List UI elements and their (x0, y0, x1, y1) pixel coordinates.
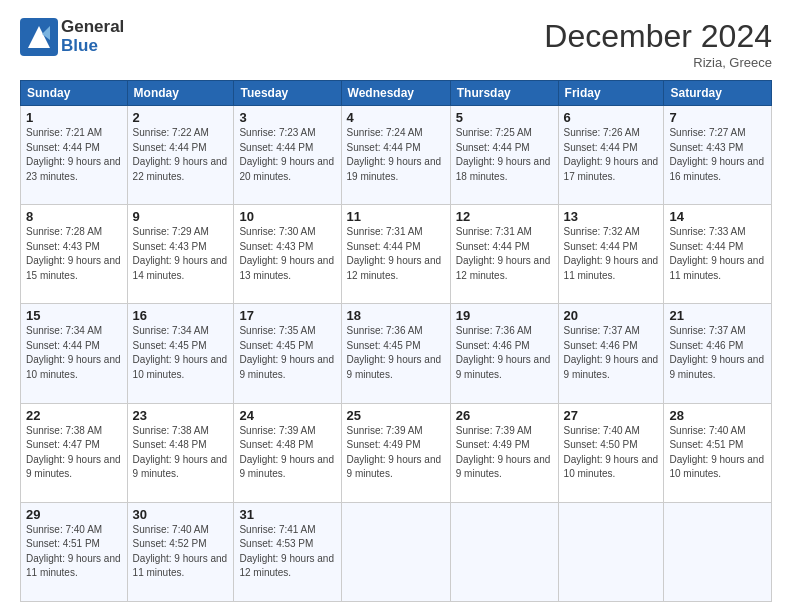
calendar-cell (558, 502, 664, 601)
calendar-week-1: 1Sunrise: 7:21 AMSunset: 4:44 PMDaylight… (21, 106, 772, 205)
day-number: 5 (456, 110, 553, 125)
calendar-cell: 12Sunrise: 7:31 AMSunset: 4:44 PMDayligh… (450, 205, 558, 304)
day-info: Sunrise: 7:37 AMSunset: 4:46 PMDaylight:… (564, 324, 659, 382)
calendar-cell (450, 502, 558, 601)
day-info: Sunrise: 7:35 AMSunset: 4:45 PMDaylight:… (239, 324, 335, 382)
day-info: Sunrise: 7:34 AMSunset: 4:45 PMDaylight:… (133, 324, 229, 382)
day-info: Sunrise: 7:33 AMSunset: 4:44 PMDaylight:… (669, 225, 766, 283)
day-info: Sunrise: 7:38 AMSunset: 4:48 PMDaylight:… (133, 424, 229, 482)
weekday-sunday: Sunday (21, 81, 128, 106)
day-number: 14 (669, 209, 766, 224)
calendar-cell: 11Sunrise: 7:31 AMSunset: 4:44 PMDayligh… (341, 205, 450, 304)
day-number: 8 (26, 209, 122, 224)
calendar-cell: 10Sunrise: 7:30 AMSunset: 4:43 PMDayligh… (234, 205, 341, 304)
day-number: 19 (456, 308, 553, 323)
calendar-cell: 19Sunrise: 7:36 AMSunset: 4:46 PMDayligh… (450, 304, 558, 403)
day-number: 27 (564, 408, 659, 423)
calendar-cell: 8Sunrise: 7:28 AMSunset: 4:43 PMDaylight… (21, 205, 128, 304)
day-number: 12 (456, 209, 553, 224)
day-number: 6 (564, 110, 659, 125)
month-title: December 2024 (544, 18, 772, 55)
calendar-cell: 1Sunrise: 7:21 AMSunset: 4:44 PMDaylight… (21, 106, 128, 205)
weekday-saturday: Saturday (664, 81, 772, 106)
calendar-cell: 24Sunrise: 7:39 AMSunset: 4:48 PMDayligh… (234, 403, 341, 502)
calendar-cell: 22Sunrise: 7:38 AMSunset: 4:47 PMDayligh… (21, 403, 128, 502)
day-number: 26 (456, 408, 553, 423)
day-number: 21 (669, 308, 766, 323)
location: Rizia, Greece (544, 55, 772, 70)
calendar-cell (664, 502, 772, 601)
calendar-cell: 3Sunrise: 7:23 AMSunset: 4:44 PMDaylight… (234, 106, 341, 205)
day-number: 15 (26, 308, 122, 323)
calendar-cell: 5Sunrise: 7:25 AMSunset: 4:44 PMDaylight… (450, 106, 558, 205)
day-info: Sunrise: 7:28 AMSunset: 4:43 PMDaylight:… (26, 225, 122, 283)
calendar-week-2: 8Sunrise: 7:28 AMSunset: 4:43 PMDaylight… (21, 205, 772, 304)
day-info: Sunrise: 7:36 AMSunset: 4:46 PMDaylight:… (456, 324, 553, 382)
logo-icon (20, 18, 58, 56)
day-info: Sunrise: 7:30 AMSunset: 4:43 PMDaylight:… (239, 225, 335, 283)
title-block: December 2024 Rizia, Greece (544, 18, 772, 70)
day-info: Sunrise: 7:25 AMSunset: 4:44 PMDaylight:… (456, 126, 553, 184)
logo-general: General (61, 18, 124, 37)
calendar-cell: 7Sunrise: 7:27 AMSunset: 4:43 PMDaylight… (664, 106, 772, 205)
header: General Blue December 2024 Rizia, Greece (20, 18, 772, 70)
calendar-table: SundayMondayTuesdayWednesdayThursdayFrid… (20, 80, 772, 602)
day-number: 16 (133, 308, 229, 323)
calendar-cell: 28Sunrise: 7:40 AMSunset: 4:51 PMDayligh… (664, 403, 772, 502)
day-info: Sunrise: 7:39 AMSunset: 4:49 PMDaylight:… (347, 424, 445, 482)
calendar-cell: 16Sunrise: 7:34 AMSunset: 4:45 PMDayligh… (127, 304, 234, 403)
calendar-cell: 30Sunrise: 7:40 AMSunset: 4:52 PMDayligh… (127, 502, 234, 601)
day-number: 24 (239, 408, 335, 423)
calendar-cell: 18Sunrise: 7:36 AMSunset: 4:45 PMDayligh… (341, 304, 450, 403)
weekday-tuesday: Tuesday (234, 81, 341, 106)
day-number: 31 (239, 507, 335, 522)
day-info: Sunrise: 7:32 AMSunset: 4:44 PMDaylight:… (564, 225, 659, 283)
day-info: Sunrise: 7:31 AMSunset: 4:44 PMDaylight:… (347, 225, 445, 283)
day-info: Sunrise: 7:39 AMSunset: 4:49 PMDaylight:… (456, 424, 553, 482)
calendar-cell: 21Sunrise: 7:37 AMSunset: 4:46 PMDayligh… (664, 304, 772, 403)
weekday-header-row: SundayMondayTuesdayWednesdayThursdayFrid… (21, 81, 772, 106)
calendar-cell: 26Sunrise: 7:39 AMSunset: 4:49 PMDayligh… (450, 403, 558, 502)
calendar-cell: 17Sunrise: 7:35 AMSunset: 4:45 PMDayligh… (234, 304, 341, 403)
day-info: Sunrise: 7:40 AMSunset: 4:51 PMDaylight:… (669, 424, 766, 482)
day-number: 7 (669, 110, 766, 125)
day-info: Sunrise: 7:29 AMSunset: 4:43 PMDaylight:… (133, 225, 229, 283)
day-info: Sunrise: 7:41 AMSunset: 4:53 PMDaylight:… (239, 523, 335, 581)
day-number: 10 (239, 209, 335, 224)
calendar-week-4: 22Sunrise: 7:38 AMSunset: 4:47 PMDayligh… (21, 403, 772, 502)
day-number: 29 (26, 507, 122, 522)
weekday-thursday: Thursday (450, 81, 558, 106)
day-number: 23 (133, 408, 229, 423)
day-number: 9 (133, 209, 229, 224)
calendar-week-3: 15Sunrise: 7:34 AMSunset: 4:44 PMDayligh… (21, 304, 772, 403)
day-number: 28 (669, 408, 766, 423)
day-number: 13 (564, 209, 659, 224)
calendar-cell: 13Sunrise: 7:32 AMSunset: 4:44 PMDayligh… (558, 205, 664, 304)
logo-blue: Blue (61, 37, 124, 56)
calendar-cell: 31Sunrise: 7:41 AMSunset: 4:53 PMDayligh… (234, 502, 341, 601)
day-info: Sunrise: 7:21 AMSunset: 4:44 PMDaylight:… (26, 126, 122, 184)
day-info: Sunrise: 7:37 AMSunset: 4:46 PMDaylight:… (669, 324, 766, 382)
day-info: Sunrise: 7:34 AMSunset: 4:44 PMDaylight:… (26, 324, 122, 382)
calendar-cell: 14Sunrise: 7:33 AMSunset: 4:44 PMDayligh… (664, 205, 772, 304)
weekday-wednesday: Wednesday (341, 81, 450, 106)
page: General Blue December 2024 Rizia, Greece… (0, 0, 792, 612)
day-number: 25 (347, 408, 445, 423)
day-info: Sunrise: 7:26 AMSunset: 4:44 PMDaylight:… (564, 126, 659, 184)
weekday-friday: Friday (558, 81, 664, 106)
calendar-cell: 4Sunrise: 7:24 AMSunset: 4:44 PMDaylight… (341, 106, 450, 205)
day-info: Sunrise: 7:27 AMSunset: 4:43 PMDaylight:… (669, 126, 766, 184)
calendar-header: SundayMondayTuesdayWednesdayThursdayFrid… (21, 81, 772, 106)
day-number: 1 (26, 110, 122, 125)
calendar-week-5: 29Sunrise: 7:40 AMSunset: 4:51 PMDayligh… (21, 502, 772, 601)
day-number: 18 (347, 308, 445, 323)
calendar-cell: 6Sunrise: 7:26 AMSunset: 4:44 PMDaylight… (558, 106, 664, 205)
day-info: Sunrise: 7:38 AMSunset: 4:47 PMDaylight:… (26, 424, 122, 482)
day-number: 11 (347, 209, 445, 224)
day-number: 30 (133, 507, 229, 522)
day-info: Sunrise: 7:39 AMSunset: 4:48 PMDaylight:… (239, 424, 335, 482)
day-info: Sunrise: 7:23 AMSunset: 4:44 PMDaylight:… (239, 126, 335, 184)
day-number: 22 (26, 408, 122, 423)
calendar-cell: 23Sunrise: 7:38 AMSunset: 4:48 PMDayligh… (127, 403, 234, 502)
day-number: 2 (133, 110, 229, 125)
